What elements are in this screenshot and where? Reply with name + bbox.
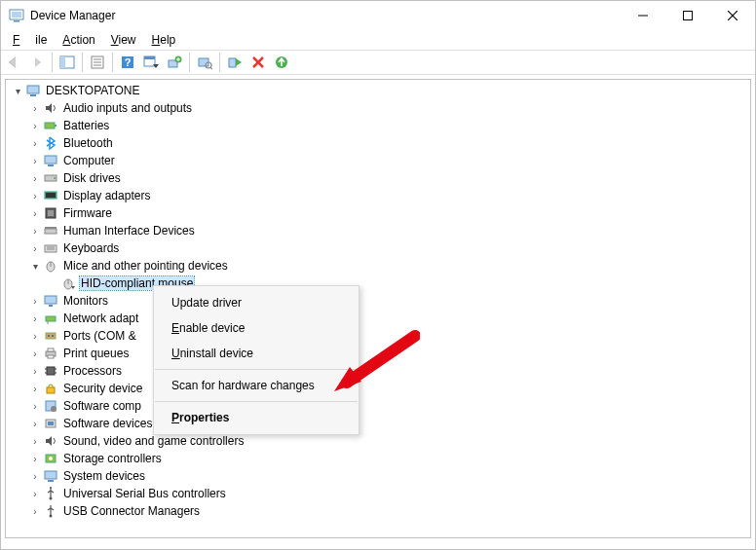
separator	[155, 401, 358, 402]
tree-item-system[interactable]: ›System devices	[6, 467, 750, 485]
tree-item-sound[interactable]: ›Sound, video and game controllers	[6, 432, 750, 450]
tree-item-disk[interactable]: ›Disk drives	[6, 169, 750, 187]
close-button[interactable]	[710, 1, 755, 30]
update-driver-button[interactable]	[164, 52, 185, 73]
svg-rect-22	[229, 58, 236, 67]
tree-item-usb-connector[interactable]: ›USB Connector Managers	[6, 502, 750, 520]
chevron-right-icon[interactable]: ›	[27, 328, 43, 344]
keyboard-icon	[43, 240, 58, 256]
tree-item-network[interactable]: ›Network adapt	[6, 310, 750, 327]
forward-button[interactable]	[26, 52, 48, 73]
disk-icon	[43, 170, 58, 186]
chevron-right-icon[interactable]: ›	[27, 503, 43, 519]
tree-item-print[interactable]: ›Print queues	[6, 345, 750, 362]
tree-item-firmware[interactable]: ›Firmware	[6, 204, 750, 222]
svg-rect-49	[46, 316, 56, 321]
refresh-button[interactable]	[271, 52, 292, 73]
firmware-icon	[43, 205, 58, 221]
svg-rect-70	[48, 480, 54, 482]
svg-rect-57	[47, 367, 55, 375]
chevron-right-icon[interactable]: ›	[27, 486, 43, 501]
chevron-right-icon[interactable]: ›	[27, 398, 43, 414]
ctx-update-driver[interactable]: Update driver	[154, 290, 359, 315]
scan-hardware-button[interactable]	[194, 52, 215, 73]
network-icon	[43, 311, 58, 326]
menu-file[interactable]: File	[5, 31, 55, 49]
chevron-right-icon[interactable]: ›	[27, 381, 43, 396]
action-menu-button[interactable]	[140, 52, 162, 73]
tree-item-software-comp[interactable]: ›Software comp	[6, 397, 750, 415]
chevron-right-icon[interactable]: ›	[27, 170, 43, 186]
chevron-right-icon[interactable]: ›	[27, 346, 43, 361]
chevron-right-icon[interactable]: ›	[27, 100, 43, 116]
minimize-button[interactable]	[621, 1, 665, 30]
svg-point-71	[50, 497, 53, 500]
chevron-right-icon[interactable]: ›	[27, 416, 43, 431]
chevron-right-icon[interactable]: ›	[27, 205, 43, 221]
security-icon	[43, 381, 58, 396]
maximize-button[interactable]	[665, 1, 710, 30]
chevron-right-icon[interactable]: ›	[27, 223, 43, 238]
chevron-right-icon[interactable]: ›	[27, 451, 43, 466]
display-icon	[43, 188, 58, 203]
chevron-right-icon[interactable]: ›	[27, 363, 43, 379]
svg-rect-29	[55, 125, 57, 127]
ctx-properties[interactable]: Properties	[154, 405, 359, 430]
chevron-down-icon[interactable]: ▾	[10, 83, 25, 98]
svg-rect-16	[144, 56, 155, 59]
svg-rect-27	[30, 94, 36, 96]
context-menu: Update driver Enable device Uninstall de…	[153, 285, 359, 435]
svg-rect-30	[45, 156, 57, 164]
chevron-right-icon[interactable]: ›	[27, 153, 43, 168]
svg-rect-47	[45, 296, 57, 304]
tree-item-display[interactable]: ›Display adapters	[6, 187, 750, 204]
tree-item-keyboards[interactable]: ›Keyboards	[6, 239, 750, 257]
chevron-right-icon[interactable]: ›	[27, 118, 43, 133]
titlebar: Device Manager	[1, 1, 755, 30]
tree-item-software-dev[interactable]: ›Software devices	[6, 415, 750, 432]
chevron-right-icon[interactable]: ›	[27, 240, 43, 256]
show-hide-tree-button[interactable]	[57, 52, 78, 73]
svg-rect-56	[48, 355, 54, 358]
svg-rect-66	[48, 422, 54, 425]
chevron-right-icon[interactable]: ›	[27, 468, 43, 484]
tree-item-usb[interactable]: ›Universal Serial Bus controllers	[6, 485, 750, 502]
chevron-right-icon[interactable]: ›	[27, 311, 43, 326]
chevron-right-icon[interactable]: ›	[27, 293, 43, 309]
tree-item-computer[interactable]: ›Computer	[6, 152, 750, 169]
tree-item-hid[interactable]: ›Human Interface Devices	[6, 222, 750, 239]
tree-item-storage[interactable]: ›Storage controllers	[6, 450, 750, 467]
chevron-right-icon[interactable]: ›	[27, 188, 43, 203]
chevron-right-icon[interactable]: ›	[27, 135, 43, 151]
ctx-scan-hardware[interactable]: Scan for hardware changes	[154, 373, 359, 398]
tree-item-batteries[interactable]: ›Batteries	[6, 117, 750, 134]
menubar: File Action View Help	[1, 30, 755, 50]
help-button[interactable]: ?	[117, 52, 138, 73]
tree-item-monitors[interactable]: ›Monitors	[6, 292, 750, 310]
svg-rect-28	[45, 123, 55, 128]
tree-item-processors[interactable]: ›Processors	[6, 362, 750, 380]
tree-item-hid-mouse[interactable]: ›HID-compliant mouse	[6, 275, 750, 292]
tree-root[interactable]: ▾ DESKTOPATONE	[6, 82, 750, 99]
menu-action[interactable]: Action	[55, 31, 102, 49]
properties-button[interactable]	[87, 52, 108, 73]
chevron-right-icon[interactable]: ›	[27, 433, 43, 449]
tree-item-bluetooth[interactable]: ›Bluetooth	[6, 134, 750, 152]
tree-item-audio[interactable]: ›Audio inputs and outputs	[6, 99, 750, 117]
tree-item-ports[interactable]: ›Ports (COM &	[6, 327, 750, 345]
svg-point-73	[50, 515, 53, 518]
tree-item-security[interactable]: ›Security device	[6, 380, 750, 397]
menu-view[interactable]: View	[103, 31, 144, 49]
mouse-icon	[43, 258, 58, 274]
uninstall-device-button[interactable]	[247, 52, 269, 73]
ctx-uninstall-device[interactable]: Uninstall device	[154, 341, 359, 366]
port-icon	[43, 328, 58, 344]
chevron-down-icon[interactable]: ▾	[27, 258, 43, 274]
enable-device-button[interactable]	[224, 52, 246, 73]
storage-icon	[43, 451, 58, 466]
device-tree[interactable]: ▾ DESKTOPATONE ›Audio inputs and outputs…	[5, 79, 751, 538]
menu-help[interactable]: Help	[144, 31, 184, 49]
ctx-enable-device[interactable]: Enable device	[154, 315, 359, 341]
tree-item-mice[interactable]: ▾Mice and other pointing devices	[6, 257, 750, 275]
back-button[interactable]	[3, 52, 24, 73]
